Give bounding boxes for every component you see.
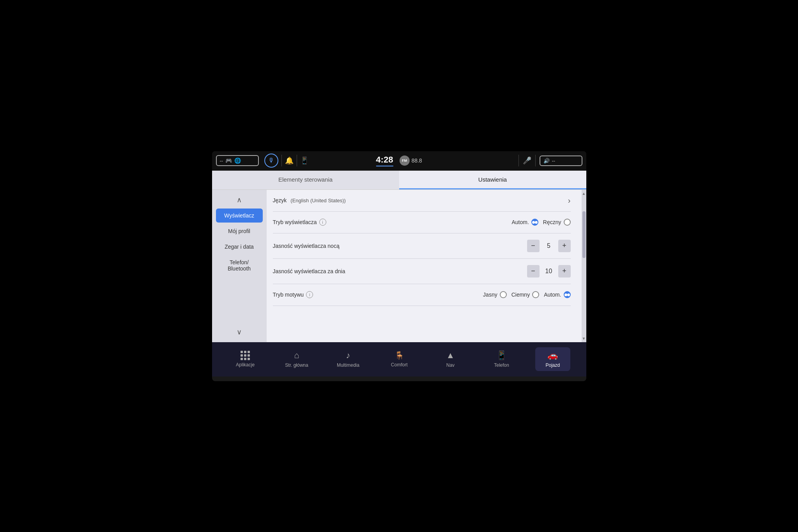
radio-reczny[interactable]: Ręczny: [543, 219, 571, 226]
jasnosc-dnia-plus[interactable]: +: [558, 265, 571, 277]
nav-item-aplikacje[interactable]: Aplikacje: [228, 348, 263, 371]
nav-label-multimedia: Multimedia: [337, 362, 359, 368]
scroll-down-arrow[interactable]: ▼: [582, 336, 586, 341]
jasnosc-noca-value: 5: [543, 242, 554, 249]
jezyk-arrow[interactable]: ›: [568, 196, 571, 205]
settings-content: Język (English (United States)) › Tryb w…: [267, 190, 586, 306]
scroll-thumb[interactable]: [582, 211, 586, 258]
phone-status-num: --: [552, 158, 556, 164]
jasnosc-noca-plus[interactable]: +: [558, 240, 571, 252]
phone-icon[interactable]: 📱: [300, 156, 309, 165]
radio-autom2-circle[interactable]: [564, 291, 571, 298]
radio-display: FM 88.8: [399, 156, 422, 166]
sidebar-item-zegar[interactable]: Zegar i data: [216, 240, 263, 254]
globe-icon: 🌐: [234, 157, 241, 164]
chevron-up-icon: ∧: [237, 196, 242, 204]
sidebar-scroll-down[interactable]: ∨: [230, 325, 249, 339]
sidebar: ∧ Wyświetlacz Mój profil Zegar i data Te…: [212, 190, 267, 342]
media-status-box[interactable]: -- 🎮 🌐: [216, 155, 259, 166]
jezyk-controls: ›: [568, 196, 571, 205]
settings-panel: ▲ ▼ Język (English (United States)) ›: [267, 190, 586, 342]
radio-autom-circle[interactable]: [531, 219, 538, 226]
fm-badge: FM: [399, 156, 409, 166]
home-icon: ⌂: [294, 350, 299, 361]
nav-item-str-glowna[interactable]: ⌂ Str. główna: [279, 347, 314, 371]
divider-3: [518, 155, 519, 166]
scroll-track[interactable]: ▲ ▼: [582, 190, 586, 342]
setting-row-tryb-motywu: Tryb motywu i Jasny Ciemny: [273, 284, 571, 306]
phone-status-box[interactable]: 🔊 --: [540, 156, 582, 166]
radio-jasny[interactable]: Jasny: [483, 291, 507, 298]
navigation-icon: ▲: [446, 350, 455, 361]
divider-2: [297, 155, 297, 166]
music-icon: ♪: [346, 350, 350, 361]
nav-item-comfort[interactable]: 🪑 Comfort: [382, 348, 417, 371]
grid-icon: [241, 351, 250, 360]
status-left: -- 🎮 🌐 🎙 🔔 📱: [216, 154, 309, 168]
status-center: 4:28 FM 88.8: [376, 155, 422, 166]
content-wrapper: ∧ Wyświetlacz Mój profil Zegar i data Te…: [212, 190, 586, 342]
sidebar-scroll-up[interactable]: ∧: [230, 193, 249, 207]
jasnosc-dnia-minus[interactable]: −: [527, 265, 540, 277]
media-status-text: --: [220, 158, 223, 164]
mic-button[interactable]: 🎙: [264, 154, 278, 168]
motywu-controls: Jasny Ciemny Autom.: [483, 291, 570, 298]
tab-elementy[interactable]: Elementy sterowania: [212, 171, 399, 189]
radio-jasny-circle[interactable]: [500, 291, 507, 298]
nav-label-str-glowna: Str. główna: [285, 362, 308, 368]
nav-item-multimedia[interactable]: ♪ Multimedia: [331, 347, 366, 371]
radio-autom[interactable]: Autom.: [511, 219, 538, 226]
setting-row-jasnosc-noca: Jasność wyświetlacza nocą − 5 +: [273, 233, 571, 259]
setting-label-jasnosc-dnia: Jasność wyświetlacza za dnia: [273, 268, 382, 274]
divider-4: [535, 155, 536, 166]
setting-label-tryb: Tryb wyświetlacza i: [273, 219, 382, 226]
main-area: Elementy sterowania Ustawienia ∧ Wyświet…: [212, 171, 586, 342]
jasnosc-noca-stepper: − 5 +: [527, 240, 571, 252]
jasnosc-dnia-stepper: − 10 +: [527, 265, 571, 277]
scroll-up-arrow[interactable]: ▲: [582, 191, 586, 196]
status-right: 🎤 🔊 --: [518, 155, 582, 166]
nav-item-nav[interactable]: ▲ Nav: [433, 347, 468, 371]
radio-ciemny[interactable]: Ciemny: [511, 291, 539, 298]
radio-ciemny-circle[interactable]: [532, 291, 539, 298]
phone-status-text: 🔊: [543, 158, 550, 164]
seat-icon: 🪑: [395, 351, 404, 360]
car-icon: 🚗: [547, 350, 558, 361]
top-tabs: Elementy sterowania Ustawienia: [212, 171, 586, 190]
sidebar-item-telefon[interactable]: Telefon/ Bluetooth: [216, 255, 263, 276]
sidebar-item-wyswietlacz[interactable]: Wyświetlacz: [216, 209, 263, 223]
motywu-info-icon[interactable]: i: [306, 291, 313, 298]
setting-label-motywu: Tryb motywu i: [273, 291, 382, 298]
setting-row-jezyk: Język (English (United States)) ›: [273, 190, 571, 212]
setting-label-jezyk: Język (English (United States)): [273, 197, 382, 203]
setting-label-jasnosc-noca: Jasność wyświetlacza nocą: [273, 243, 382, 249]
time-display: 4:28: [376, 155, 393, 166]
nav-item-pojazd[interactable]: 🚗 Pojazd: [535, 347, 570, 371]
nav-label-aplikacje: Aplikacje: [236, 362, 255, 368]
bottom-nav: Aplikacje ⌂ Str. główna ♪ Multimedia 🪑 C…: [212, 342, 586, 376]
nav-label-nav: Nav: [446, 362, 455, 368]
steer-icon: 🎮: [225, 157, 232, 164]
nav-label-comfort: Comfort: [391, 362, 408, 368]
chevron-down-icon: ∨: [237, 328, 242, 336]
nav-label-telefon: Telefon: [494, 362, 509, 368]
nav-item-telefon[interactable]: 📱 Telefon: [484, 347, 519, 371]
setting-row-jasnosc-dnia: Jasność wyświetlacza za dnia − 10 +: [273, 259, 571, 284]
divider-1: [281, 155, 282, 166]
sidebar-item-moj-profil[interactable]: Mój profil: [216, 224, 263, 238]
jasnosc-dnia-value: 10: [543, 268, 554, 275]
radio-autom2[interactable]: Autom.: [544, 291, 570, 298]
phone-nav-icon: 📱: [496, 350, 507, 361]
radio-freq: 88.8: [411, 157, 422, 164]
jasnosc-noca-minus[interactable]: −: [527, 240, 540, 252]
mic-icon-inner: 🎙: [268, 157, 274, 164]
tryb-info-icon[interactable]: i: [319, 219, 326, 226]
tryb-controls: Autom. Ręczny: [511, 219, 570, 226]
radio-reczny-circle[interactable]: [564, 219, 571, 226]
status-bar: -- 🎮 🌐 🎙 🔔 📱 4:28 FM 88.8 🎤 �: [212, 151, 586, 171]
setting-row-tryb-wyswietlacza: Tryb wyświetlacza i Autom. Ręc: [273, 212, 571, 233]
voice-icon[interactable]: 🎤: [523, 156, 531, 165]
bell-icon[interactable]: 🔔: [285, 156, 294, 165]
tab-ustawienia[interactable]: Ustawienia: [399, 171, 586, 189]
screen: -- 🎮 🌐 🎙 🔔 📱 4:28 FM 88.8 🎤 �: [212, 151, 586, 381]
